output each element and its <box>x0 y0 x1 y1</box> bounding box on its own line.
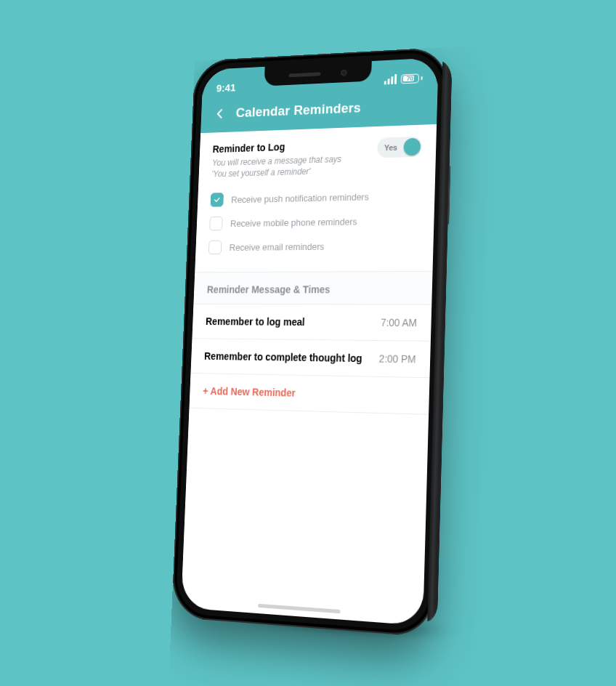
phone-mockup: 9:41 70 Calendar Reminders <box>171 47 449 637</box>
reminder-to-log-toggle[interactable]: Yes <box>377 137 422 158</box>
check-icon <box>213 195 221 204</box>
reminder-to-log-section: Reminder to Log You will receive a messa… <box>198 124 437 183</box>
back-button[interactable] <box>213 106 227 122</box>
checkbox-label: Receive email reminders <box>229 241 324 253</box>
content: Reminder to Log You will receive a messa… <box>189 124 437 415</box>
phone-frame: 9:41 70 Calendar Reminders <box>171 47 449 637</box>
reminder-name: Remember to complete thought log <box>204 350 362 364</box>
reminder-to-log-title: Reminder to Log <box>212 139 358 155</box>
checkbox-box <box>209 217 223 231</box>
battery-level: 70 <box>407 75 413 81</box>
add-new-reminder-button[interactable]: + Add New Reminder <box>189 374 429 415</box>
checkbox-label: Receive mobile phone reminders <box>230 216 357 229</box>
speaker-icon <box>288 72 320 77</box>
checkbox-box <box>208 241 222 254</box>
reminder-channel-checks: Receive push notification reminders Rece… <box>195 177 435 273</box>
checkbox-email[interactable]: Receive email reminders <box>208 233 420 260</box>
checkbox-label: Receive push notification reminders <box>231 191 369 205</box>
reminder-row[interactable]: Remember to log meal 7:00 AM <box>192 304 431 342</box>
arrow-left-icon <box>213 107 226 121</box>
toggle-label: Yes <box>384 143 397 153</box>
side-button-icon <box>447 166 451 225</box>
reminder-row[interactable]: Remember to complete thought log 2:00 PM <box>190 339 430 379</box>
toggle-knob-icon <box>403 138 421 156</box>
home-indicator-icon <box>258 604 341 613</box>
reminder-name: Remember to log meal <box>206 316 305 328</box>
checkbox-box <box>211 193 224 207</box>
battery-icon: 70 <box>401 73 423 84</box>
checkbox-phone[interactable]: Receive mobile phone reminders <box>209 208 420 235</box>
reminder-to-log-description: You will receive a message that says 'Yo… <box>211 153 358 179</box>
signal-icon <box>384 74 397 85</box>
reminder-time: 2:00 PM <box>379 353 416 366</box>
reminder-times-header: Reminder Message & Times <box>193 271 432 305</box>
reminder-time: 7:00 AM <box>381 317 417 329</box>
status-right: 70 <box>384 73 423 84</box>
camera-icon <box>341 69 347 76</box>
status-time: 9:41 <box>216 81 236 93</box>
checkbox-push[interactable]: Receive push notification reminders <box>210 183 421 212</box>
page-title: Calendar Reminders <box>235 100 361 121</box>
phone-screen: 9:41 70 Calendar Reminders <box>181 57 438 626</box>
